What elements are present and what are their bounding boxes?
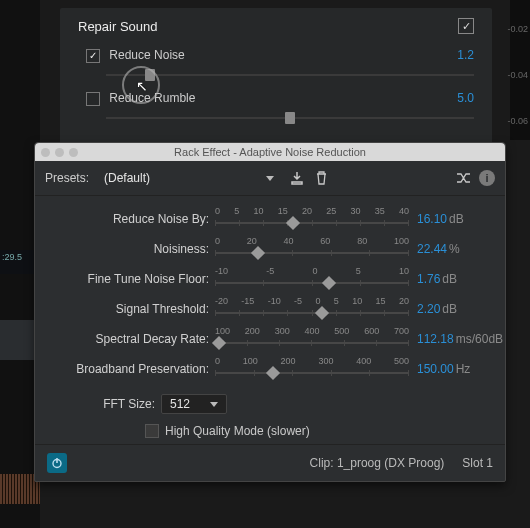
close-icon[interactable] xyxy=(41,148,50,157)
reduce-rumble-value[interactable]: 5.0 xyxy=(457,91,474,105)
param-label: Broadband Preservation: xyxy=(47,362,215,376)
high-quality-checkbox[interactable] xyxy=(145,424,159,438)
param-label: Signal Threshold: xyxy=(47,302,215,316)
param-value[interactable]: 150.00Hz xyxy=(409,362,493,376)
reduce-noise-label: Reduce Noise xyxy=(109,48,184,62)
param-value[interactable]: 112.18ms/60dB xyxy=(409,332,493,346)
param-label: Reduce Noise By: xyxy=(47,212,215,226)
window-title: Rack Effect - Adaptive Noise Reduction xyxy=(35,146,505,158)
info-icon[interactable]: i xyxy=(479,170,495,186)
reduce-noise-checkbox[interactable]: ✓ xyxy=(86,49,100,63)
rack-effect-window: Rack Effect - Adaptive Noise Reduction P… xyxy=(34,142,506,482)
param-slider[interactable]: 020406080100 xyxy=(215,236,409,262)
param-value[interactable]: 1.76dB xyxy=(409,272,493,286)
chevron-down-icon xyxy=(210,402,218,407)
clip-info: Clip: 1_proog (DX Proog) xyxy=(310,456,445,470)
fft-size-select[interactable]: 512 xyxy=(161,394,227,414)
zoom-icon[interactable] xyxy=(69,148,78,157)
save-preset-icon[interactable] xyxy=(289,170,305,186)
channel-map-icon[interactable] xyxy=(455,170,471,186)
param-slider[interactable]: 0510152025303540 xyxy=(215,206,409,232)
chevron-down-icon xyxy=(266,176,274,181)
slot-info: Slot 1 xyxy=(462,456,493,470)
reduce-noise-slider[interactable] xyxy=(106,67,474,83)
reduce-noise-value[interactable]: 1.2 xyxy=(457,48,474,62)
repair-master-checkbox[interactable]: ✓ xyxy=(458,18,474,34)
high-quality-label: High Quality Mode (slower) xyxy=(165,424,310,438)
fft-size-label: FFT Size: xyxy=(47,397,161,411)
ruler: -0.02 -0.04 -0.06 xyxy=(510,0,530,140)
presets-label: Presets: xyxy=(45,171,89,185)
param-value[interactable]: 16.10dB xyxy=(409,212,493,226)
param-slider[interactable]: -10-50510 xyxy=(215,266,409,292)
param-value[interactable]: 22.44% xyxy=(409,242,493,256)
delete-preset-icon[interactable] xyxy=(313,170,329,186)
panel-title: Repair Sound xyxy=(78,19,158,34)
power-toggle[interactable] xyxy=(47,453,67,473)
param-slider[interactable]: -20-15-10-505101520 xyxy=(215,296,409,322)
param-label: Spectral Decay Rate: xyxy=(47,332,215,346)
param-label: Fine Tune Noise Floor: xyxy=(47,272,215,286)
reduce-rumble-label: Reduce Rumble xyxy=(109,91,195,105)
window-titlebar[interactable]: Rack Effect - Adaptive Noise Reduction xyxy=(35,143,505,161)
minimize-icon[interactable] xyxy=(55,148,64,157)
param-slider[interactable]: 0100200300400500 xyxy=(215,356,409,382)
param-label: Noisiness: xyxy=(47,242,215,256)
param-slider[interactable]: 100200300400500600700 xyxy=(215,326,409,352)
param-value[interactable]: 2.20dB xyxy=(409,302,493,316)
reduce-rumble-slider[interactable] xyxy=(106,110,474,126)
repair-sound-panel: Repair Sound ✓ ✓ Reduce Noise 1.2 Reduce… xyxy=(60,8,492,150)
reduce-rumble-checkbox[interactable] xyxy=(86,92,100,106)
preset-dropdown[interactable]: (Default) xyxy=(97,168,281,188)
